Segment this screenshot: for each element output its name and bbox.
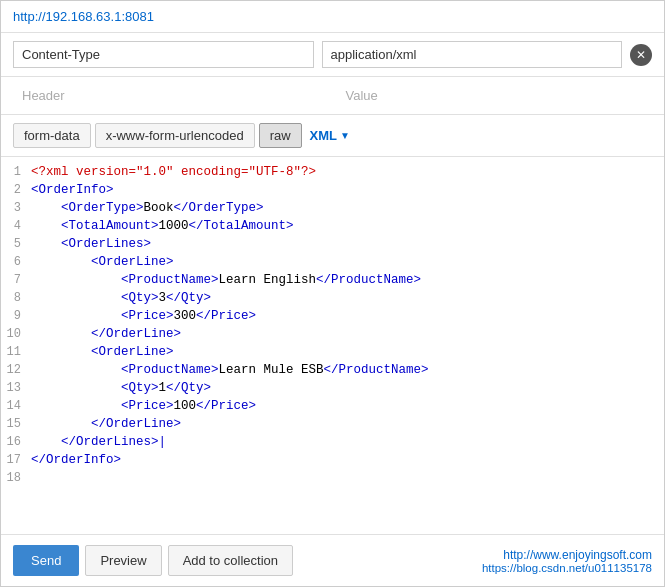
value-placeholder: Value <box>337 83 653 108</box>
line-content: <OrderLine> <box>31 343 664 361</box>
code-line: 7 <ProductName>Learn English</ProductNam… <box>1 271 664 289</box>
tab-raw[interactable]: raw <box>259 123 302 148</box>
code-line: 12 <ProductName>Learn Mule ESB</ProductN… <box>1 361 664 379</box>
line-number: 5 <box>1 235 31 253</box>
code-line: 11 <OrderLine> <box>1 343 664 361</box>
code-line: 16 </OrderLines>| <box>1 433 664 451</box>
line-content: <Qty>3</Qty> <box>31 289 664 307</box>
enjoyingsoft-link[interactable]: http://www.enjoyingsoft.com <box>482 548 652 562</box>
line-number: 10 <box>1 325 31 343</box>
line-content: <?xml version="1.0" encoding="UTF-8"?> <box>31 163 664 181</box>
header-key-input-1[interactable] <box>13 41 314 68</box>
line-content: <OrderLine> <box>31 253 664 271</box>
code-line: 2<OrderInfo> <box>1 181 664 199</box>
line-number: 7 <box>1 271 31 289</box>
footer: Send Preview Add to collection http://ww… <box>1 535 664 586</box>
blog-link[interactable]: https://blog.csdn.net/u011135178 <box>482 562 652 574</box>
line-number: 15 <box>1 415 31 433</box>
line-number: 8 <box>1 289 31 307</box>
line-content: <OrderInfo> <box>31 181 664 199</box>
footer-links: http://www.enjoyingsoft.com https://blog… <box>482 548 652 574</box>
line-content: <OrderType>Book</OrderType> <box>31 199 664 217</box>
chevron-down-icon: ▼ <box>340 130 350 141</box>
code-line: 18 <box>1 469 664 487</box>
body-tabs: form-data x-www-form-urlencoded raw XML … <box>1 115 664 157</box>
line-content: <Price>300</Price> <box>31 307 664 325</box>
line-content: <ProductName>Learn English</ProductName> <box>31 271 664 289</box>
line-content: <Qty>1</Qty> <box>31 379 664 397</box>
line-number: 4 <box>1 217 31 235</box>
line-number: 17 <box>1 451 31 469</box>
tab-urlencoded[interactable]: x-www-form-urlencoded <box>95 123 255 148</box>
code-line: 6 <OrderLine> <box>1 253 664 271</box>
line-content: </OrderInfo> <box>31 451 664 469</box>
line-content: </OrderLines>| <box>31 433 664 451</box>
header-placeholder: Header <box>13 83 329 108</box>
line-number: 13 <box>1 379 31 397</box>
code-line: 3 <OrderType>Book</OrderType> <box>1 199 664 217</box>
line-number: 14 <box>1 397 31 415</box>
code-line: 9 <Price>300</Price> <box>1 307 664 325</box>
line-content: <TotalAmount>1000</TotalAmount> <box>31 217 664 235</box>
code-line: 13 <Qty>1</Qty> <box>1 379 664 397</box>
line-number: 12 <box>1 361 31 379</box>
code-line: 14 <Price>100</Price> <box>1 397 664 415</box>
tab-xml-dropdown[interactable]: XML ▼ <box>310 128 350 143</box>
code-line: 4 <TotalAmount>1000</TotalAmount> <box>1 217 664 235</box>
header-row-1 <box>1 33 664 77</box>
line-number: 1 <box>1 163 31 181</box>
line-content: </OrderLine> <box>31 415 664 433</box>
code-line: 17</OrderInfo> <box>1 451 664 469</box>
code-editor[interactable]: 1<?xml version="1.0" encoding="UTF-8"?>2… <box>1 157 664 535</box>
line-number: 9 <box>1 307 31 325</box>
header-value-input-1[interactable] <box>322 41 623 68</box>
line-number: 16 <box>1 433 31 451</box>
code-line: 8 <Qty>3</Qty> <box>1 289 664 307</box>
xml-label: XML <box>310 128 337 143</box>
remove-header-button[interactable] <box>630 44 652 66</box>
line-number: 3 <box>1 199 31 217</box>
line-content: </OrderLine> <box>31 325 664 343</box>
add-collection-button[interactable]: Add to collection <box>168 545 293 576</box>
tab-form-data[interactable]: form-data <box>13 123 91 148</box>
line-number: 2 <box>1 181 31 199</box>
line-content: <ProductName>Learn Mule ESB</ProductName… <box>31 361 664 379</box>
header-row-2: Header Value <box>1 77 664 115</box>
line-content: <OrderLines> <box>31 235 664 253</box>
line-content: <Price>100</Price> <box>31 397 664 415</box>
preview-button[interactable]: Preview <box>85 545 161 576</box>
code-line: 5 <OrderLines> <box>1 235 664 253</box>
send-button[interactable]: Send <box>13 545 79 576</box>
url-link[interactable]: http://192.168.63.1:8081 <box>13 9 154 24</box>
footer-buttons: Send Preview Add to collection <box>13 545 293 576</box>
line-number: 11 <box>1 343 31 361</box>
code-line: 1<?xml version="1.0" encoding="UTF-8"?> <box>1 163 664 181</box>
code-line: 10 </OrderLine> <box>1 325 664 343</box>
line-number: 6 <box>1 253 31 271</box>
code-line: 15 </OrderLine> <box>1 415 664 433</box>
url-bar: http://192.168.63.1:8081 <box>1 1 664 33</box>
line-number: 18 <box>1 469 31 487</box>
